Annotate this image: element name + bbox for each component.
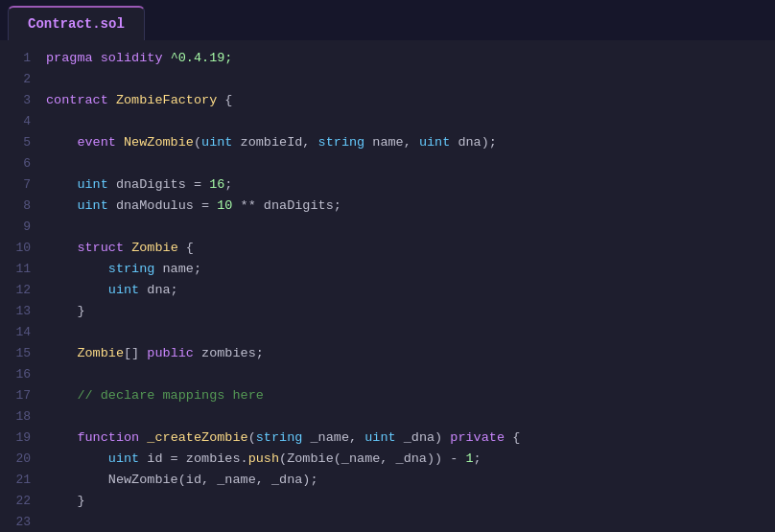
editor-container: Contract.sol 1pragma solidity ^0.4.19;2 …: [0, 0, 775, 532]
line-content: [46, 364, 54, 385]
line-number: 20: [0, 449, 46, 470]
code-line: 11 string name;: [0, 259, 775, 280]
line-content: contract ZombieFactory {: [46, 90, 232, 111]
line-content: pragma solidity ^0.4.19;: [46, 48, 232, 69]
line-content: struct Zombie {: [46, 238, 194, 259]
tab-bar: Contract.sol: [0, 0, 775, 40]
line-content: [46, 512, 54, 532]
code-line: 16: [0, 364, 775, 385]
code-line: 6: [0, 153, 775, 174]
code-line: 19 function _createZombie(string _name, …: [0, 428, 775, 449]
line-content: uint dnaModulus = 10 ** dnaDigits;: [46, 196, 341, 217]
code-line: 7 uint dnaDigits = 16;: [0, 174, 775, 196]
line-content: }: [46, 491, 85, 512]
line-number: 23: [0, 512, 46, 532]
line-number: 18: [0, 406, 46, 428]
line-number: 9: [0, 217, 46, 238]
code-line: 1pragma solidity ^0.4.19;: [0, 48, 775, 69]
code-line: 4: [0, 111, 775, 132]
code-line: 5 event NewZombie(uint zombieId, string …: [0, 132, 775, 153]
line-content: [46, 322, 54, 343]
line-number: 21: [0, 470, 46, 491]
line-content: [46, 69, 54, 90]
code-line: 8 uint dnaModulus = 10 ** dnaDigits;: [0, 196, 775, 217]
line-number: 1: [0, 48, 46, 69]
line-content: function _createZombie(string _name, uin…: [46, 428, 520, 449]
code-line: 17 // declare mappings here: [0, 385, 775, 406]
line-content: [46, 111, 54, 132]
code-line: 18: [0, 406, 775, 428]
line-content: uint id = zombies.push(Zombie(_name, _dn…: [46, 449, 481, 470]
line-number: 22: [0, 491, 46, 512]
line-number: 11: [0, 259, 46, 280]
code-line: 9: [0, 217, 775, 238]
line-number: 4: [0, 111, 46, 132]
line-number: 2: [0, 69, 46, 90]
line-number: 5: [0, 132, 46, 153]
code-line: 21 NewZombie(id, _name, _dna);: [0, 470, 775, 491]
line-content: [46, 406, 54, 428]
line-number: 13: [0, 301, 46, 322]
tab-label: Contract.sol: [28, 16, 125, 32]
code-line: 10 struct Zombie {: [0, 238, 775, 259]
code-line: 22 }: [0, 491, 775, 512]
line-number: 14: [0, 322, 46, 343]
code-line: 3contract ZombieFactory {: [0, 90, 775, 111]
line-number: 3: [0, 90, 46, 111]
code-line: 2: [0, 69, 775, 90]
line-content: string name;: [46, 259, 201, 280]
line-number: 17: [0, 385, 46, 406]
code-line: 23: [0, 512, 775, 532]
code-line: 12 uint dna;: [0, 280, 775, 301]
code-line: 14: [0, 322, 775, 343]
line-content: Zombie[] public zombies;: [46, 343, 264, 364]
code-area[interactable]: 1pragma solidity ^0.4.19;2 3contract Zom…: [0, 40, 775, 532]
line-content: uint dnaDigits = 16;: [46, 174, 232, 196]
line-number: 15: [0, 343, 46, 364]
line-number: 19: [0, 428, 46, 449]
line-content: // declare mappings here: [46, 385, 264, 406]
line-content: event NewZombie(uint zombieId, string na…: [46, 132, 497, 153]
line-number: 12: [0, 280, 46, 301]
line-number: 10: [0, 238, 46, 259]
line-number: 6: [0, 153, 46, 174]
line-number: 7: [0, 174, 46, 196]
contract-tab[interactable]: Contract.sol: [8, 6, 145, 40]
code-line: 20 uint id = zombies.push(Zombie(_name, …: [0, 449, 775, 470]
line-content: [46, 217, 54, 238]
code-line: 15 Zombie[] public zombies;: [0, 343, 775, 364]
line-number: 16: [0, 364, 46, 385]
line-content: uint dna;: [46, 280, 178, 301]
line-content: NewZombie(id, _name, _dna);: [46, 470, 318, 491]
line-number: 8: [0, 196, 46, 217]
line-content: [46, 153, 54, 174]
code-line: 13 }: [0, 301, 775, 322]
line-content: }: [46, 301, 85, 322]
